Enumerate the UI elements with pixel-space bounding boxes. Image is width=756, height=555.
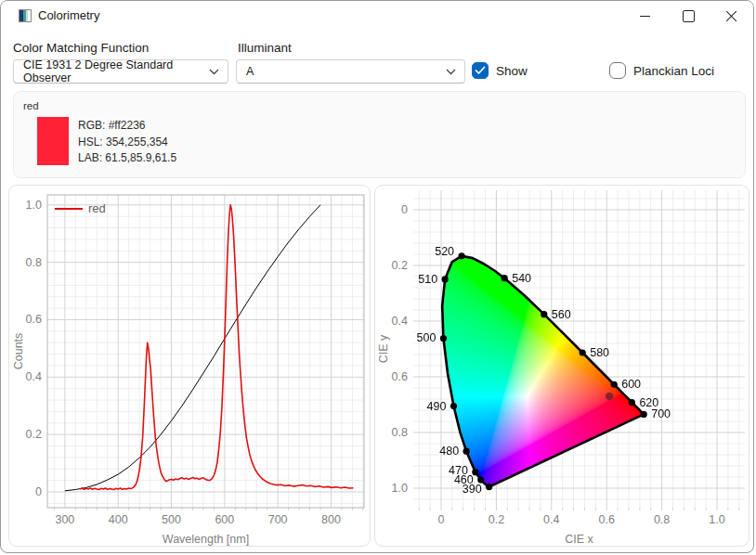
rgb-value: RGB: #ff2236 bbox=[78, 119, 146, 132]
color-name: red bbox=[23, 100, 39, 111]
show-checkbox-label: Show bbox=[496, 64, 528, 78]
x-tick-label: 0.4 bbox=[543, 513, 559, 526]
x-axis-title: Wavelength [nm] bbox=[163, 533, 249, 546]
window-title: Colorimetry bbox=[38, 8, 99, 22]
show-checkbox-row[interactable]: Show bbox=[472, 62, 528, 79]
minimize-button[interactable] bbox=[623, 1, 666, 31]
y-tick-label: 0.2 bbox=[26, 428, 42, 441]
spectrum-chart[interactable]: 30040050060070080000.20.40.60.81.0Wavele… bbox=[8, 185, 371, 547]
lab-value: LAB: 61.5,85.9,61.5 bbox=[78, 151, 176, 164]
minimize-icon bbox=[640, 16, 650, 17]
legend-label: red bbox=[88, 201, 106, 215]
x-axis-title: CIE x bbox=[565, 533, 593, 546]
close-button[interactable] bbox=[710, 1, 752, 31]
x-tick-label: 0.2 bbox=[489, 513, 504, 526]
x-tick-label: 800 bbox=[321, 513, 341, 526]
cmf-dropdown[interactable]: CIE 1931 2 Degree Standard Observer bbox=[13, 59, 228, 84]
planckian-checkbox[interactable] bbox=[609, 62, 626, 79]
maximize-icon bbox=[683, 10, 695, 22]
chromaticity-gamut[interactable] bbox=[413, 190, 745, 508]
illuminant-dropdown-value: A bbox=[246, 65, 254, 78]
colorimetry-window: Colorimetry Color Matching Function Illu… bbox=[0, 0, 754, 553]
x-tick-label: 500 bbox=[162, 513, 181, 526]
y-tick-label: 0.6 bbox=[26, 313, 42, 326]
chromaticity-chart[interactable]: 00.20.40.60.81.000.20.40.60.81.0CIE xCIE… bbox=[374, 185, 749, 547]
check-icon bbox=[475, 66, 486, 75]
illuminant-label: Illuminant bbox=[238, 41, 292, 55]
hsl-value: HSL: 354,255,354 bbox=[78, 136, 168, 148]
close-icon bbox=[725, 10, 737, 22]
x-tick-label: 0.6 bbox=[599, 513, 615, 526]
y-tick-label: 0.4 bbox=[392, 315, 408, 328]
illuminant-dropdown[interactable]: A bbox=[236, 59, 465, 84]
maximize-button[interactable] bbox=[667, 1, 710, 31]
x-tick-label: 300 bbox=[55, 513, 74, 526]
show-checkbox[interactable] bbox=[472, 62, 489, 79]
y-axis-title: Counts bbox=[12, 333, 25, 370]
planckian-checkbox-label: Planckian Loci bbox=[633, 64, 714, 78]
color-info-card: red RGB: #ff2236 HSL: 354,255,354 LAB: 6… bbox=[13, 91, 746, 178]
y-tick-label: 0.8 bbox=[26, 256, 42, 269]
y-tick-label: 0 bbox=[35, 485, 42, 498]
y-tick-label: 0.2 bbox=[392, 259, 408, 272]
cmf-dropdown-value: CIE 1931 2 Degree Standard Observer bbox=[23, 58, 203, 84]
y-tick-label: 0 bbox=[401, 203, 408, 216]
x-tick-label: 600 bbox=[215, 513, 234, 526]
chevron-down-icon bbox=[209, 69, 219, 75]
x-tick-label: 0 bbox=[438, 513, 445, 526]
y-tick-label: 1.0 bbox=[392, 482, 408, 495]
y-tick-label: 1.0 bbox=[26, 199, 42, 212]
color-swatch bbox=[37, 117, 69, 165]
spectrum-plot[interactable]: 30040050060070080000.20.40.60.81.0Wavele… bbox=[9, 186, 370, 546]
app-icon bbox=[19, 9, 32, 22]
y-axis-title: CIE y bbox=[377, 334, 390, 363]
y-tick-label: 0.6 bbox=[392, 370, 408, 383]
cmf-label: Color Matching Function bbox=[13, 41, 149, 55]
series-red bbox=[80, 205, 354, 490]
titlebar[interactable]: Colorimetry bbox=[1, 1, 753, 31]
x-tick-label: 700 bbox=[268, 513, 288, 526]
y-tick-label: 0.8 bbox=[392, 426, 408, 439]
planckian-checkbox-row[interactable]: Planckian Loci bbox=[609, 62, 714, 79]
y-tick-label: 0.4 bbox=[26, 370, 42, 383]
x-tick-label: 0.8 bbox=[654, 513, 670, 526]
x-tick-label: 1.0 bbox=[709, 513, 724, 526]
chevron-down-icon bbox=[446, 69, 456, 75]
x-tick-label: 400 bbox=[109, 513, 128, 526]
